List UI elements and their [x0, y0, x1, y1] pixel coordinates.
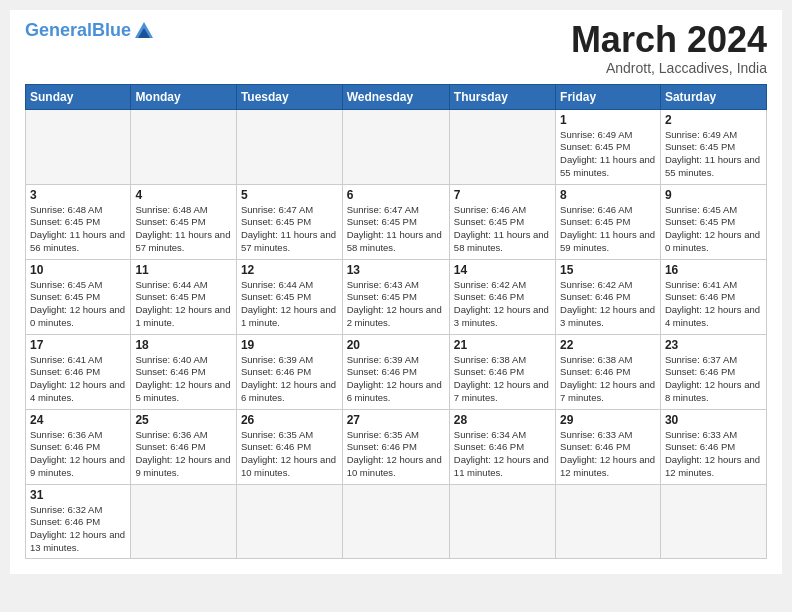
day-info: Sunrise: 6:48 AM Sunset: 6:45 PM Dayligh…	[30, 204, 126, 255]
calendar-cell: 28Sunrise: 6:34 AM Sunset: 6:46 PM Dayli…	[449, 409, 555, 484]
day-number: 27	[347, 413, 445, 427]
day-number: 21	[454, 338, 551, 352]
day-number: 29	[560, 413, 656, 427]
day-info: Sunrise: 6:33 AM Sunset: 6:46 PM Dayligh…	[560, 429, 656, 480]
day-info: Sunrise: 6:34 AM Sunset: 6:46 PM Dayligh…	[454, 429, 551, 480]
calendar-cell: 14Sunrise: 6:42 AM Sunset: 6:46 PM Dayli…	[449, 259, 555, 334]
day-info: Sunrise: 6:47 AM Sunset: 6:45 PM Dayligh…	[241, 204, 338, 255]
logo-icon	[133, 20, 155, 42]
col-header-monday: Monday	[131, 84, 237, 109]
calendar-cell: 17Sunrise: 6:41 AM Sunset: 6:46 PM Dayli…	[26, 334, 131, 409]
calendar-cell: 25Sunrise: 6:36 AM Sunset: 6:46 PM Dayli…	[131, 409, 237, 484]
day-number: 2	[665, 113, 762, 127]
logo-blue: Blue	[92, 20, 131, 40]
day-info: Sunrise: 6:40 AM Sunset: 6:46 PM Dayligh…	[135, 354, 232, 405]
day-number: 28	[454, 413, 551, 427]
calendar-cell: 11Sunrise: 6:44 AM Sunset: 6:45 PM Dayli…	[131, 259, 237, 334]
calendar-cell	[236, 484, 342, 558]
day-info: Sunrise: 6:43 AM Sunset: 6:45 PM Dayligh…	[347, 279, 445, 330]
day-number: 30	[665, 413, 762, 427]
calendar-cell: 30Sunrise: 6:33 AM Sunset: 6:46 PM Dayli…	[660, 409, 766, 484]
day-number: 11	[135, 263, 232, 277]
day-info: Sunrise: 6:49 AM Sunset: 6:45 PM Dayligh…	[560, 129, 656, 180]
calendar-cell: 29Sunrise: 6:33 AM Sunset: 6:46 PM Dayli…	[556, 409, 661, 484]
day-info: Sunrise: 6:39 AM Sunset: 6:46 PM Dayligh…	[241, 354, 338, 405]
day-number: 14	[454, 263, 551, 277]
calendar-cell: 3Sunrise: 6:48 AM Sunset: 6:45 PM Daylig…	[26, 184, 131, 259]
calendar-cell	[342, 484, 449, 558]
calendar-cell: 20Sunrise: 6:39 AM Sunset: 6:46 PM Dayli…	[342, 334, 449, 409]
calendar-cell: 18Sunrise: 6:40 AM Sunset: 6:46 PM Dayli…	[131, 334, 237, 409]
day-number: 19	[241, 338, 338, 352]
calendar-cell: 21Sunrise: 6:38 AM Sunset: 6:46 PM Dayli…	[449, 334, 555, 409]
day-info: Sunrise: 6:49 AM Sunset: 6:45 PM Dayligh…	[665, 129, 762, 180]
calendar-cell: 10Sunrise: 6:45 AM Sunset: 6:45 PM Dayli…	[26, 259, 131, 334]
col-header-thursday: Thursday	[449, 84, 555, 109]
week-row-6: 31Sunrise: 6:32 AM Sunset: 6:46 PM Dayli…	[26, 484, 767, 558]
day-number: 24	[30, 413, 126, 427]
day-info: Sunrise: 6:41 AM Sunset: 6:46 PM Dayligh…	[665, 279, 762, 330]
col-header-tuesday: Tuesday	[236, 84, 342, 109]
day-number: 9	[665, 188, 762, 202]
calendar-cell: 5Sunrise: 6:47 AM Sunset: 6:45 PM Daylig…	[236, 184, 342, 259]
day-info: Sunrise: 6:36 AM Sunset: 6:46 PM Dayligh…	[135, 429, 232, 480]
day-info: Sunrise: 6:38 AM Sunset: 6:46 PM Dayligh…	[560, 354, 656, 405]
day-info: Sunrise: 6:44 AM Sunset: 6:45 PM Dayligh…	[135, 279, 232, 330]
calendar-cell: 19Sunrise: 6:39 AM Sunset: 6:46 PM Dayli…	[236, 334, 342, 409]
calendar-cell: 13Sunrise: 6:43 AM Sunset: 6:45 PM Dayli…	[342, 259, 449, 334]
day-number: 4	[135, 188, 232, 202]
day-number: 15	[560, 263, 656, 277]
day-number: 22	[560, 338, 656, 352]
calendar-cell: 6Sunrise: 6:47 AM Sunset: 6:45 PM Daylig…	[342, 184, 449, 259]
logo: GeneralBlue	[25, 20, 155, 42]
day-number: 16	[665, 263, 762, 277]
col-header-saturday: Saturday	[660, 84, 766, 109]
day-info: Sunrise: 6:45 AM Sunset: 6:45 PM Dayligh…	[665, 204, 762, 255]
day-number: 10	[30, 263, 126, 277]
calendar-cell: 15Sunrise: 6:42 AM Sunset: 6:46 PM Dayli…	[556, 259, 661, 334]
calendar-cell: 31Sunrise: 6:32 AM Sunset: 6:46 PM Dayli…	[26, 484, 131, 558]
week-row-3: 10Sunrise: 6:45 AM Sunset: 6:45 PM Dayli…	[26, 259, 767, 334]
month-title: March 2024	[571, 20, 767, 60]
calendar-cell: 8Sunrise: 6:46 AM Sunset: 6:45 PM Daylig…	[556, 184, 661, 259]
day-number: 8	[560, 188, 656, 202]
day-number: 1	[560, 113, 656, 127]
day-info: Sunrise: 6:44 AM Sunset: 6:45 PM Dayligh…	[241, 279, 338, 330]
calendar-cell: 12Sunrise: 6:44 AM Sunset: 6:45 PM Dayli…	[236, 259, 342, 334]
day-info: Sunrise: 6:36 AM Sunset: 6:46 PM Dayligh…	[30, 429, 126, 480]
calendar-cell	[236, 109, 342, 184]
calendar-cell: 26Sunrise: 6:35 AM Sunset: 6:46 PM Dayli…	[236, 409, 342, 484]
day-info: Sunrise: 6:38 AM Sunset: 6:46 PM Dayligh…	[454, 354, 551, 405]
calendar-cell	[449, 109, 555, 184]
calendar-header-row: SundayMondayTuesdayWednesdayThursdayFrid…	[26, 84, 767, 109]
calendar-cell: 24Sunrise: 6:36 AM Sunset: 6:46 PM Dayli…	[26, 409, 131, 484]
calendar-cell: 27Sunrise: 6:35 AM Sunset: 6:46 PM Dayli…	[342, 409, 449, 484]
calendar-cell	[449, 484, 555, 558]
day-number: 18	[135, 338, 232, 352]
calendar-page: GeneralBlue March 2024 Andrott, Laccadiv…	[10, 10, 782, 574]
calendar-table: SundayMondayTuesdayWednesdayThursdayFrid…	[25, 84, 767, 559]
day-info: Sunrise: 6:47 AM Sunset: 6:45 PM Dayligh…	[347, 204, 445, 255]
day-info: Sunrise: 6:32 AM Sunset: 6:46 PM Dayligh…	[30, 504, 126, 555]
week-row-4: 17Sunrise: 6:41 AM Sunset: 6:46 PM Dayli…	[26, 334, 767, 409]
day-number: 23	[665, 338, 762, 352]
calendar-cell: 22Sunrise: 6:38 AM Sunset: 6:46 PM Dayli…	[556, 334, 661, 409]
calendar-cell	[131, 109, 237, 184]
logo-text: GeneralBlue	[25, 21, 131, 41]
calendar-cell: 4Sunrise: 6:48 AM Sunset: 6:45 PM Daylig…	[131, 184, 237, 259]
day-number: 6	[347, 188, 445, 202]
week-row-1: 1Sunrise: 6:49 AM Sunset: 6:45 PM Daylig…	[26, 109, 767, 184]
day-info: Sunrise: 6:46 AM Sunset: 6:45 PM Dayligh…	[560, 204, 656, 255]
day-number: 3	[30, 188, 126, 202]
col-header-sunday: Sunday	[26, 84, 131, 109]
day-number: 7	[454, 188, 551, 202]
day-info: Sunrise: 6:33 AM Sunset: 6:46 PM Dayligh…	[665, 429, 762, 480]
header: GeneralBlue March 2024 Andrott, Laccadiv…	[25, 20, 767, 76]
day-info: Sunrise: 6:46 AM Sunset: 6:45 PM Dayligh…	[454, 204, 551, 255]
day-number: 12	[241, 263, 338, 277]
week-row-5: 24Sunrise: 6:36 AM Sunset: 6:46 PM Dayli…	[26, 409, 767, 484]
day-number: 20	[347, 338, 445, 352]
day-info: Sunrise: 6:37 AM Sunset: 6:46 PM Dayligh…	[665, 354, 762, 405]
location-subtitle: Andrott, Laccadives, India	[571, 60, 767, 76]
week-row-2: 3Sunrise: 6:48 AM Sunset: 6:45 PM Daylig…	[26, 184, 767, 259]
